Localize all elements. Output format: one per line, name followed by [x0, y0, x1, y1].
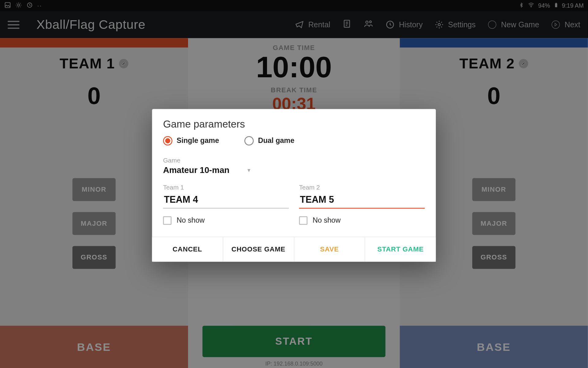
save-button[interactable]: SAVE: [294, 237, 365, 262]
team1-noshow-label: No show: [177, 216, 205, 225]
single-game-radio[interactable]: Single game: [163, 136, 219, 145]
game-select-label: Game: [152, 149, 436, 165]
cancel-button[interactable]: CANCEL: [152, 237, 223, 262]
team2-noshow-label: No show: [313, 216, 341, 225]
game-select[interactable]: Amateur 10-man ▼: [152, 165, 436, 175]
team1-input[interactable]: [163, 193, 289, 209]
chevron-down-icon: ▼: [247, 167, 251, 173]
checkbox-icon: [299, 216, 307, 225]
team1-noshow-checkbox[interactable]: No show: [163, 216, 289, 225]
dual-game-radio[interactable]: Dual game: [244, 136, 294, 145]
dual-game-label: Dual game: [258, 136, 294, 145]
team1-input-label: Team 1: [163, 184, 289, 191]
radio-selected-icon: [163, 136, 172, 145]
game-parameters-modal: Game parameters Single game Dual game Ga…: [152, 109, 436, 262]
game-select-value: Amateur 10-man: [163, 165, 229, 175]
team2-input[interactable]: [299, 193, 425, 209]
team2-input-label: Team 2: [299, 184, 425, 191]
choose-game-button[interactable]: CHOOSE GAME: [223, 237, 294, 262]
radio-unselected-icon: [244, 136, 254, 145]
start-game-button[interactable]: START GAME: [365, 237, 436, 262]
checkbox-icon: [163, 216, 172, 225]
modal-title: Game parameters: [152, 109, 436, 136]
team2-noshow-checkbox[interactable]: No show: [299, 216, 425, 225]
single-game-label: Single game: [177, 136, 219, 145]
